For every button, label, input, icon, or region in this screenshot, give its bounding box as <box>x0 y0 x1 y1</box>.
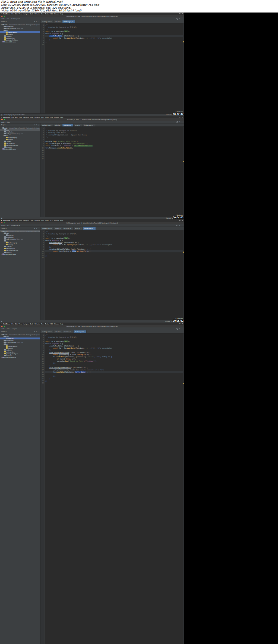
tree-item-external-libraries[interactable]: ▸External Libraries <box>0 41 40 43</box>
tree-item-src[interactable]: ▾src <box>0 135 40 137</box>
tab-babelrc[interactable]: .babelrc× <box>53 20 63 23</box>
tree-item-distribution[interactable]: ▸distribution <box>0 236 40 238</box>
editor-gutter[interactable]: 123456789101112131415 <box>40 127 45 217</box>
tab-package-json[interactable]: package.json× <box>41 227 53 230</box>
close-window-button[interactable] <box>1 16 2 17</box>
editor-scrollbar[interactable] <box>183 230 184 320</box>
menu-item-view[interactable]: View <box>18 13 22 15</box>
menu-item-view[interactable]: View <box>18 116 22 118</box>
tree-item-data[interactable]: ▾data <box>0 232 40 234</box>
tree-item-distribution[interactable]: ▸distribution <box>0 131 40 133</box>
menu-item-help[interactable]: Help <box>60 116 63 118</box>
tab-package-json[interactable]: package.json× <box>41 330 53 333</box>
search-icon[interactable] <box>176 328 178 330</box>
editor-scrollbar[interactable] <box>183 333 184 644</box>
tab-close-icon[interactable]: × <box>81 228 81 229</box>
tab-src-index-js[interactable]: src/index.js× <box>62 124 74 126</box>
apple-menu-icon[interactable]: ● <box>1 13 2 14</box>
toolwindow-toggle-icon[interactable]: ▣ <box>1 217 2 219</box>
menu-item-help[interactable]: Help <box>60 13 63 15</box>
tree-item-package-json[interactable]: package.json <box>0 142 40 144</box>
tab-close-icon[interactable]: × <box>51 21 52 23</box>
more-options-icon[interactable]: ⋮ <box>181 328 183 329</box>
tree-item-babelrc[interactable]: .babelrc <box>0 35 40 37</box>
tab-babelrc[interactable]: .babelrc× <box>53 330 63 333</box>
editor-scrollbar[interactable] <box>183 127 184 217</box>
minimize-window-button[interactable] <box>2 222 4 224</box>
tab-close-icon[interactable]: × <box>73 21 74 23</box>
expand-arrow-icon[interactable]: ▸ <box>3 342 4 343</box>
tree-item-index-js[interactable]: index.js <box>0 33 40 35</box>
menu-item-run[interactable]: Run <box>41 116 44 118</box>
menu-item-vcs[interactable]: VCS <box>50 116 53 118</box>
breadcrumb-src[interactable]: src <box>7 18 9 20</box>
tab-filemanager-js[interactable]: fileManager.js× <box>62 20 75 23</box>
tree-item-package-json[interactable]: package.json <box>0 351 40 353</box>
toolwindow-toggle-icon[interactable]: ▣ <box>1 114 2 116</box>
tree-item-code[interactable]: ▾code~/tutorials/NodeJsTutorial/06-Worki… <box>0 230 40 232</box>
tree-item-package-lock-json[interactable]: package-lock.json <box>0 39 40 41</box>
menu-item-edit[interactable]: Edit <box>15 220 17 221</box>
tree-item-src[interactable]: ▾src <box>0 240 40 242</box>
menu-item-vcs[interactable]: VCS <box>50 323 53 325</box>
collapse-arrow-icon[interactable]: ▾ <box>1 24 2 25</box>
tree-item-index-js[interactable]: index.js <box>0 138 40 140</box>
tree-item-temp-txt[interactable]: temp.txt <box>0 251 40 253</box>
tree-item-package-json[interactable]: package.json <box>0 37 40 39</box>
tree-item-index-js[interactable]: index.js <box>0 244 40 246</box>
menu-item-code[interactable]: Code <box>30 323 33 325</box>
tree-item-temp-txt[interactable]: temp.txt <box>0 234 40 236</box>
breadcrumb-filemanager-js[interactable]: fileManager.js <box>11 18 20 20</box>
panel-more-icon[interactable]: ⋮ <box>38 227 39 229</box>
tree-item-distribution[interactable]: ▸distribution <box>0 339 40 341</box>
tree-item-external-libraries[interactable]: ▸External Libraries <box>0 253 40 255</box>
menu-item-tools[interactable]: Tools <box>45 323 49 325</box>
menu-item-navigate[interactable]: Navigate <box>23 116 29 118</box>
menu-item-refactor[interactable]: Refactor <box>34 220 40 221</box>
panel-settings-gear-icon[interactable]: ⚙ <box>36 124 37 126</box>
tree-item-external-libraries[interactable]: ▸External Libraries <box>0 148 40 150</box>
menu-item-webstorm[interactable]: WebStorm <box>3 116 10 118</box>
tab-close-icon[interactable]: × <box>72 228 72 229</box>
tab-close-icon[interactable]: × <box>94 228 94 229</box>
menu-item-tools[interactable]: Tools <box>45 116 49 118</box>
panel-settings-gear-icon[interactable]: ⚙ <box>36 21 37 22</box>
expand-arrow-icon[interactable]: ▸ <box>3 28 4 29</box>
menu-item-edit[interactable]: Edit <box>15 323 17 325</box>
tab-src-index-js[interactable]: src/index.js× <box>62 227 74 230</box>
collapse-arrow-icon[interactable]: ▾ <box>3 343 4 345</box>
tree-item-temp-txt[interactable]: temp.txt <box>0 355 40 357</box>
menu-item-view[interactable]: View <box>18 323 22 325</box>
collapse-arrow-icon[interactable]: ▾ <box>1 231 2 232</box>
menu-item-file[interactable]: File <box>11 13 14 15</box>
tab-filemanager-js[interactable]: fileManager.js× <box>83 124 96 126</box>
menu-item-navigate[interactable]: Navigate <box>23 323 29 325</box>
expand-arrow-icon[interactable]: ▸ <box>3 129 4 131</box>
minimize-window-button[interactable] <box>2 326 4 327</box>
collapse-arrow-icon[interactable]: ▾ <box>1 127 2 129</box>
tree-item-filemanager-js[interactable]: fileManager.js <box>0 137 40 138</box>
breadcrumb-src[interactable]: src <box>7 225 9 226</box>
add-icon[interactable]: ⊕ <box>34 227 35 229</box>
breadcrumb-filemanager-js[interactable]: fileManager.js <box>11 225 20 226</box>
menu-item-help[interactable]: Help <box>60 323 63 325</box>
editor-gutter[interactable]: 12345678910111213 <box>40 230 45 320</box>
expand-arrow-icon[interactable]: ▸ <box>3 236 4 238</box>
tab-close-icon[interactable]: × <box>51 124 52 126</box>
menu-item-webstorm[interactable]: WebStorm <box>3 323 10 325</box>
breadcrumb-code[interactable]: code <box>1 121 5 123</box>
minimize-window-button[interactable] <box>2 119 4 120</box>
tab-close-icon[interactable]: × <box>72 331 72 333</box>
panel-settings-gear-icon[interactable]: ⚙ <box>36 227 37 229</box>
menu-item-refactor[interactable]: Refactor <box>34 13 40 15</box>
menu-item-file[interactable]: File <box>11 116 14 118</box>
zoom-window-button[interactable] <box>4 222 5 224</box>
project-view-dropdown[interactable]: Project <box>1 124 5 126</box>
close-window-button[interactable] <box>1 119 2 120</box>
expand-arrow-icon[interactable]: ▸ <box>3 131 4 132</box>
menu-item-vcs[interactable]: VCS <box>50 220 53 221</box>
expand-arrow-icon[interactable]: ▸ <box>3 26 4 27</box>
tree-item-filemanager-js[interactable]: fileManager.js <box>0 242 40 244</box>
tab-temp-txt[interactable]: temp.txt× <box>74 227 83 230</box>
project-view-dropdown[interactable]: Project <box>1 21 5 22</box>
